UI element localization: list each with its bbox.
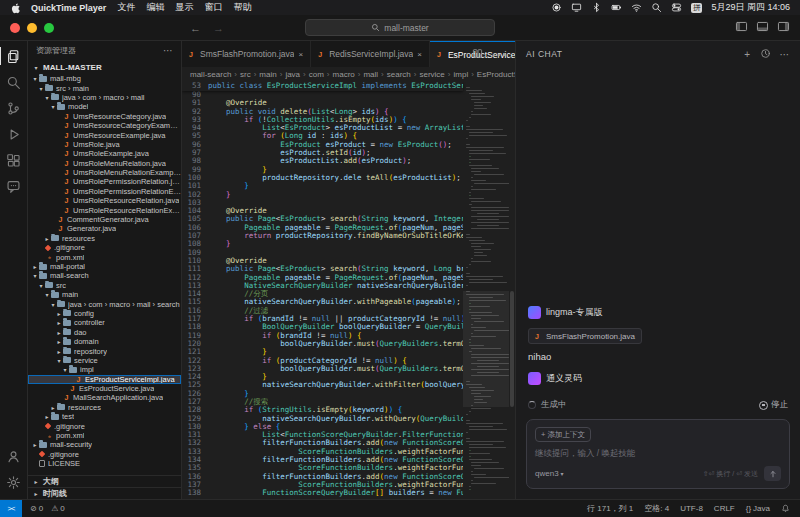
code-line[interactable]: 123 boolQueryBuilder.must(QueryBuilders.…	[182, 365, 463, 373]
code-line[interactable]: 127 //搜索	[182, 398, 463, 406]
breadcrumb-item[interactable]: service	[419, 70, 444, 79]
code-line[interactable]: 94 List<EsProduct> esProductList = new A…	[182, 124, 463, 132]
search-icon[interactable]	[0, 69, 28, 95]
tree-item-umsresourceexample-java[interactable]: JUmsResourceExample.java	[28, 130, 181, 139]
breadcrumb-item[interactable]: impl	[453, 70, 468, 79]
tree-item-umsroleexample-java[interactable]: JUmsRoleExample.java	[28, 149, 181, 158]
breadcrumb-item[interactable]: main	[259, 70, 276, 79]
new-chat-icon[interactable]: +	[744, 49, 750, 60]
encoding-setting[interactable]: UTF-8	[680, 504, 703, 513]
tree-item-resources[interactable]: ▸resources	[28, 403, 181, 412]
code-line[interactable]: 114 //分页	[182, 290, 463, 298]
code-line[interactable]: 99 }	[182, 166, 463, 174]
tree-item-umsroleresourcerelation-java[interactable]: JUmsRoleResourceRelation.java	[28, 196, 181, 205]
code-line[interactable]: 92 public void delete(List<Long> ids) {	[182, 108, 463, 116]
menubar-menu-item[interactable]: 窗口	[204, 1, 222, 14]
command-center-search[interactable]: mall-master	[305, 19, 495, 36]
tree-item-umsrolepermissionrelationexample-java[interactable]: JUmsRolePermissionRelationExample.java	[28, 187, 181, 196]
tree-item-test[interactable]: ▸test	[28, 412, 181, 421]
code-line[interactable]: 90	[182, 91, 463, 99]
tree-item-umsrolemenurelationexample-java[interactable]: JUmsRoleMenuRelationExample.java	[28, 168, 181, 177]
tree-item-dao[interactable]: ▸dao	[28, 328, 181, 337]
minimap-viewport[interactable]	[463, 291, 509, 408]
model-selector[interactable]: qwen3 ▾	[535, 469, 564, 478]
navigate-back-icon[interactable]: ←	[190, 22, 201, 34]
tree-item-umsroleresourcerelationexample-java[interactable]: JUmsRoleResourceRelationExample.java	[28, 205, 181, 214]
tree-item-esproductservice-java[interactable]: JEsProductService.java	[28, 384, 181, 393]
tree-item-java-com-macro-mall[interactable]: ▾java › com › macro › mall	[28, 93, 181, 102]
code-line[interactable]: 100 productRepository.dele teAll(esProdu…	[182, 174, 463, 182]
tree-item-gitignore[interactable]: .gitignore	[28, 421, 181, 430]
tree-item-mall-search[interactable]: ▾mall-search	[28, 271, 181, 280]
scrollbar-thumb[interactable]	[510, 291, 514, 408]
code-line[interactable]: 125 nativeSearchQueryBuilder.withFilter(…	[182, 381, 463, 389]
menubar-clock[interactable]: 5月29日 周四 14:06	[711, 1, 790, 14]
tab-smsflashpromotion-java[interactable]: JSmsFlashPromotion.java×	[182, 41, 311, 67]
close-tab-icon[interactable]: ×	[298, 50, 303, 59]
explorer-icon[interactable]	[0, 43, 28, 69]
tree-item-resources[interactable]: ▸resources	[28, 234, 181, 243]
code-line[interactable]: 106 Pageable pageable = PageRequest.of(p…	[182, 224, 463, 232]
control-center-icon[interactable]	[671, 2, 682, 13]
toggle-secondary-sidebar-icon[interactable]	[777, 19, 790, 37]
code-line[interactable]: 98 esProductList.add(esProduct);	[182, 157, 463, 165]
history-icon[interactable]	[760, 48, 771, 61]
tree-item-mall-portal[interactable]: ▸mall-portal	[28, 262, 181, 271]
tree-item-pom-xml[interactable]: ‹›pom.xml	[28, 252, 181, 261]
tree-item-service[interactable]: ▾service	[28, 356, 181, 365]
toggle-panel-icon[interactable]	[756, 19, 769, 37]
eol-setting[interactable]: CRLF	[714, 504, 735, 513]
tree-item-mall-mbg[interactable]: ▾mall-mbg	[28, 74, 181, 83]
tree-item-umsrolepermissionrelation-java[interactable]: JUmsRolePermissionRelation.java	[28, 177, 181, 186]
project-root-row[interactable]: ▾ MALL-MASTER	[28, 60, 181, 74]
stop-generating-button[interactable]: 停止	[759, 399, 788, 411]
record-icon[interactable]	[551, 2, 562, 13]
code-line[interactable]: 128 if (StringUtils.isEmpty(keyword)) {	[182, 406, 463, 414]
toggle-sidebar-icon[interactable]	[735, 19, 748, 37]
notifications-bell-icon[interactable]	[781, 504, 790, 513]
extensions-icon[interactable]	[0, 147, 28, 173]
sticky-scroll-line[interactable]: 53 public class EsProductServiceImpl imp…	[182, 82, 463, 91]
navigate-forward-icon[interactable]: →	[213, 22, 224, 34]
code-line[interactable]: 134 filterFunctionBuilders.add(new Funct…	[182, 456, 463, 464]
breadcrumb-item[interactable]: mall-search	[190, 70, 231, 79]
code-line[interactable]: 105 public Page<EsProduct> search(String…	[182, 215, 463, 223]
code-line[interactable]: 91 @Override	[182, 99, 463, 107]
battery-icon[interactable]	[611, 2, 622, 13]
split-editor-icon[interactable]	[472, 45, 483, 63]
code-line[interactable]: 96 EsProduct esProduct = new EsProduct()…	[182, 141, 463, 149]
tree-item-domain[interactable]: ▸domain	[28, 337, 181, 346]
tree-item-src-main[interactable]: ▾src › main	[28, 83, 181, 92]
tree-item-java-com-macro-mall-search[interactable]: ▾java › com › macro › mall › search	[28, 299, 181, 308]
tree-item-mall-security[interactable]: ▸mall-security	[28, 440, 181, 449]
code-line[interactable]: 115 nativeSearchQueryBuilder.withPageabl…	[182, 298, 463, 306]
more-actions-icon[interactable]: ⋯	[491, 45, 507, 64]
code-line[interactable]: 121 }	[182, 348, 463, 356]
ai-chat-icon[interactable]	[0, 173, 28, 199]
remote-indicator[interactable]: ><	[0, 500, 22, 517]
chat-input-placeholder[interactable]: 继续提问，输入 / 唤起技能	[535, 448, 781, 460]
close-window-button[interactable]	[10, 23, 20, 33]
tree-item-repository[interactable]: ▸repository	[28, 346, 181, 355]
tree-item-generator-java[interactable]: JGenerator.java	[28, 224, 181, 233]
code-line[interactable]: 103	[182, 199, 463, 207]
code-line[interactable]: 97 esProduct.setId(id);	[182, 149, 463, 157]
apple-menu-icon[interactable]	[10, 2, 20, 14]
search-icon[interactable]	[651, 2, 662, 13]
minimize-window-button[interactable]	[27, 23, 37, 33]
tree-item-umsrolemenurelation-java[interactable]: JUmsRoleMenuRelation.java	[28, 159, 181, 168]
editor-scrollbar[interactable]	[509, 82, 515, 499]
code-editor[interactable]: 53 public class EsProductServiceImpl imp…	[182, 82, 515, 499]
chat-input-box[interactable]: + 添加上下文 继续提问，输入 / 唤起技能 qwen3 ▾ ⇧⏎ 换行 / ⏎…	[526, 419, 790, 489]
code-line[interactable]: 122 if (productCategoryId != null) {	[182, 357, 463, 365]
code-line[interactable]: 129 nativeSearchQueryBuilder.withQuery(Q…	[182, 415, 463, 423]
bluetooth-icon[interactable]	[591, 2, 602, 13]
code-line[interactable]: 95 for (Long id : ids) {	[182, 132, 463, 140]
display-icon[interactable]	[571, 2, 582, 13]
tree-item-config[interactable]: ▸config	[28, 309, 181, 318]
wifi-icon[interactable]	[631, 2, 642, 13]
tree-item-umsrole-java[interactable]: JUmsRole.java	[28, 140, 181, 149]
menubar-menu-item[interactable]: 文件	[117, 1, 135, 14]
code-line[interactable]: 101 }	[182, 182, 463, 190]
attached-file-chip[interactable]: J SmsFlashPromotion.java	[528, 328, 642, 344]
